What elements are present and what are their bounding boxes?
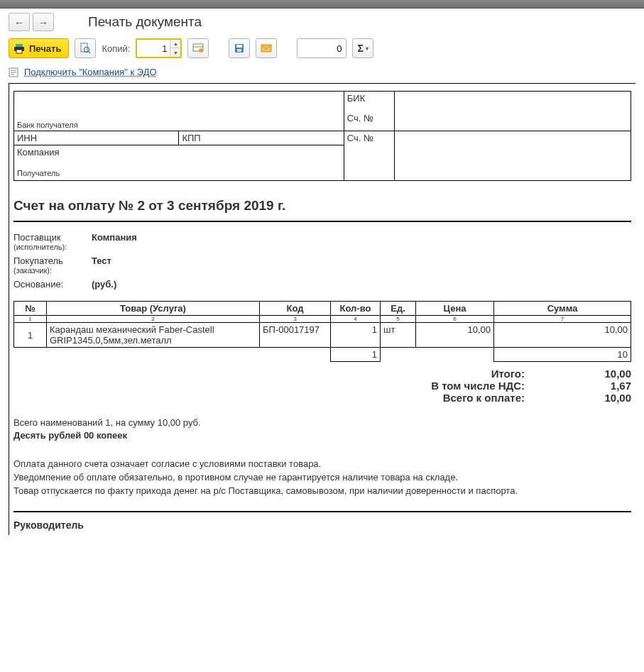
copies-input[interactable] bbox=[137, 40, 170, 57]
col-product: Товар (Услуга) bbox=[47, 302, 260, 316]
supplier-value: Компания bbox=[92, 232, 137, 251]
bank-recipient-label: Банк получателя bbox=[17, 121, 78, 129]
total-label: Всего к оплате: bbox=[127, 392, 525, 404]
page-magnifier-icon bbox=[80, 43, 91, 54]
fineprint-2: Уведомпение об оплате обязательно, в про… bbox=[13, 471, 631, 485]
nds-label: В том числе НДС: bbox=[127, 380, 525, 392]
buyer-label: Покупатель bbox=[13, 255, 92, 266]
svg-point-8 bbox=[199, 48, 203, 53]
fineprint-1: Оплата данного счета означает согласие с… bbox=[13, 458, 631, 471]
supplier-sublabel: (исполнитель): bbox=[13, 243, 92, 251]
svg-rect-11 bbox=[237, 49, 241, 52]
number-input[interactable] bbox=[297, 38, 346, 58]
save-button[interactable] bbox=[229, 38, 250, 58]
inn-label: ИНН bbox=[17, 133, 37, 143]
basis-label: Основание: bbox=[13, 279, 92, 290]
company-name: Компания bbox=[17, 147, 341, 158]
basis-value: (руб.) bbox=[92, 279, 116, 290]
summary-line1: Всего наименований 1, на сумму 10,00 руб… bbox=[13, 417, 631, 429]
account1-label: Сч. № bbox=[347, 113, 373, 123]
summary-line2: Десять рублей 00 копеек bbox=[13, 429, 631, 442]
nds-value: 1,67 bbox=[546, 380, 631, 392]
sigma-label: Σ bbox=[357, 43, 363, 54]
col-num: № bbox=[14, 302, 47, 316]
printer-icon bbox=[13, 43, 25, 54]
director-label: Руководитель bbox=[13, 519, 631, 531]
page-title: Печать документа bbox=[88, 14, 202, 30]
bank-details-table: Банк получателя БИК Сч. № ИНН КПП Сч. № bbox=[13, 91, 631, 181]
itogo-value: 10,00 bbox=[546, 368, 631, 380]
svg-rect-10 bbox=[236, 45, 242, 48]
forward-button[interactable]: → bbox=[33, 13, 54, 31]
print-button[interactable]: Печать bbox=[9, 38, 69, 58]
kpp-label: КПП bbox=[182, 133, 200, 143]
back-button[interactable]: ← bbox=[9, 13, 30, 31]
col-price: Цена bbox=[416, 302, 494, 316]
spinner-up-icon[interactable]: ▲ bbox=[170, 40, 180, 48]
col-qty: Кол-во bbox=[331, 302, 381, 316]
account2-label: Сч. № bbox=[347, 133, 373, 143]
svg-rect-0 bbox=[16, 44, 23, 47]
email-button[interactable] bbox=[256, 38, 277, 58]
window-titlebar bbox=[0, 0, 644, 9]
table-row: 1 Карандаш механический Faber-Castell GR… bbox=[14, 323, 631, 348]
edo-icon bbox=[9, 67, 18, 77]
sigma-button[interactable]: Σ ▾ bbox=[352, 38, 373, 58]
col-code: Код bbox=[260, 302, 331, 316]
col-sum: Сумма bbox=[494, 302, 631, 316]
envelope-icon bbox=[261, 43, 272, 54]
table-settings-icon bbox=[192, 43, 204, 54]
total-value: 10,00 bbox=[546, 392, 631, 404]
items-table: № Товар (Услуга) Код Кол-во Ед. Цена Сум… bbox=[13, 301, 631, 362]
buyer-sublabel: (заказчик): bbox=[13, 266, 92, 275]
itogo-label: Итого: bbox=[127, 368, 525, 380]
recipient-label: Получатель bbox=[17, 169, 341, 177]
supplier-label: Поставщик bbox=[13, 232, 92, 243]
bik-label: БИК bbox=[347, 93, 365, 104]
spinner-down-icon[interactable]: ▼ bbox=[170, 48, 180, 57]
col-unit: Ед. bbox=[381, 302, 416, 316]
settings-button[interactable] bbox=[187, 38, 209, 58]
buyer-value: Тест bbox=[92, 255, 111, 275]
fineprint-3: Товар отпускается по факту прихода денег… bbox=[13, 485, 631, 498]
preview-button[interactable] bbox=[75, 38, 96, 58]
svg-line-5 bbox=[89, 52, 90, 53]
print-button-label: Печать bbox=[29, 43, 61, 54]
floppy-disk-icon bbox=[234, 43, 245, 54]
copies-label: Копий: bbox=[102, 43, 130, 54]
edo-connect-link[interactable]: Подключить "Компания" к ЭДО bbox=[24, 67, 157, 77]
invoice-title: Счет на оплату № 2 от 3 сентября 2019 г. bbox=[13, 198, 631, 214]
dropdown-icon: ▾ bbox=[366, 45, 369, 52]
copies-spinner[interactable]: ▲ ▼ bbox=[136, 38, 182, 58]
table-footer: 1 10 bbox=[14, 348, 631, 362]
svg-rect-2 bbox=[16, 50, 22, 53]
